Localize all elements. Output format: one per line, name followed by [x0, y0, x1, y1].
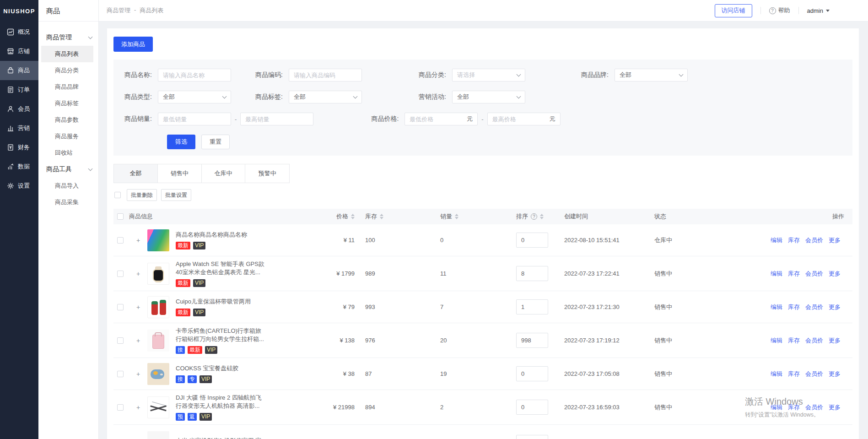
submenu-item[interactable]: 商品采集 — [41, 194, 93, 211]
sort-input[interactable] — [516, 266, 548, 281]
action-edit-link[interactable]: 编辑 — [771, 336, 782, 345]
user-menu[interactable]: admin — [807, 7, 830, 14]
row-checkbox[interactable] — [117, 404, 124, 411]
product-code-input[interactable] — [289, 69, 362, 81]
row-checkbox[interactable] — [117, 371, 124, 377]
sort-input[interactable] — [516, 333, 548, 348]
submenu-item[interactable]: 商品导入 — [41, 178, 93, 194]
action-more-link[interactable]: 更多 — [829, 236, 841, 244]
select-all-checkbox[interactable] — [114, 192, 121, 198]
product-price: ¥ 38 — [321, 370, 355, 377]
sort-input[interactable] — [516, 366, 548, 381]
visit-shop-button[interactable]: 访问店铺 — [715, 4, 752, 17]
sort-input[interactable] — [516, 233, 548, 248]
sort-arrows-icon[interactable] — [455, 212, 458, 221]
filter-submit-button[interactable]: 筛选 — [167, 135, 195, 149]
sidebar-item-settings[interactable]: 设置 — [0, 176, 38, 195]
submenu-group[interactable]: 商品管理 — [38, 29, 98, 46]
product-name-input[interactable] — [158, 69, 231, 81]
action-stock-link[interactable]: 库存 — [788, 336, 800, 345]
action-member-price-link[interactable]: 会员价 — [805, 236, 823, 244]
column-header[interactable]: 销量 — [440, 212, 510, 221]
submenu-item[interactable]: 商品列表 — [41, 46, 93, 62]
sort-input[interactable] — [516, 400, 548, 415]
action-member-price-link[interactable]: 会员价 — [805, 336, 823, 345]
action-member-price-link[interactable]: 会员价 — [805, 303, 823, 311]
sidebar-item-data[interactable]: 数据 — [0, 157, 38, 176]
type-select[interactable]: 全部 — [158, 91, 231, 103]
sidebar-item-members[interactable]: 会员 — [0, 99, 38, 119]
activity-select[interactable]: 全部 — [452, 91, 525, 103]
submenu-item[interactable]: 商品服务 — [41, 128, 93, 145]
submenu-item[interactable]: 回收站 — [41, 145, 93, 161]
header-checkbox[interactable] — [117, 213, 124, 220]
batch-delete-button[interactable]: 批量删除 — [127, 189, 157, 201]
filter-reset-button[interactable]: 重置 — [201, 135, 230, 149]
action-edit-link[interactable]: 编辑 — [771, 236, 782, 244]
expand-row-toggle[interactable]: + — [135, 304, 141, 311]
action-more-link[interactable]: 更多 — [829, 303, 841, 311]
expand-row-toggle[interactable]: + — [135, 337, 141, 344]
action-member-price-link[interactable]: 会员价 — [805, 403, 823, 412]
expand-row-toggle[interactable]: + — [135, 404, 141, 411]
action-member-price-link[interactable]: 会员价 — [805, 270, 823, 278]
action-member-price-link[interactable]: 会员价 — [805, 370, 823, 378]
submenu-item[interactable]: 商品分类 — [41, 62, 93, 79]
sort-arrows-icon[interactable] — [540, 212, 544, 221]
tab-仓库中[interactable]: 仓库中 — [202, 164, 246, 183]
submenu-item[interactable]: 商品品牌 — [41, 79, 93, 95]
sidebar-item-marketing[interactable]: 营销 — [0, 119, 38, 138]
submenu-item[interactable]: 商品参数 — [41, 112, 93, 128]
product-status: 仓库中 — [654, 236, 723, 244]
action-edit-link[interactable]: 编辑 — [771, 370, 782, 378]
submenu-group[interactable]: 商品工具 — [38, 161, 98, 178]
help-icon[interactable]: ? — [531, 213, 537, 220]
action-stock-link[interactable]: 库存 — [788, 270, 800, 278]
action-more-link[interactable]: 更多 — [829, 270, 841, 278]
row-checkbox[interactable] — [117, 271, 124, 277]
action-stock-link[interactable]: 库存 — [788, 370, 800, 378]
action-more-link[interactable]: 更多 — [829, 336, 841, 345]
sort-input[interactable] — [516, 299, 548, 314]
expand-row-toggle[interactable]: + — [135, 370, 141, 378]
submenu-item[interactable]: 商品标签 — [41, 95, 93, 112]
sort-arrows-icon[interactable] — [380, 212, 383, 221]
brand-select[interactable]: 全部 — [615, 69, 688, 81]
category-select[interactable]: 请选择 — [452, 69, 525, 81]
action-edit-link[interactable]: 编辑 — [771, 303, 782, 311]
tab-预警中[interactable]: 预警中 — [245, 164, 289, 183]
action-edit-link[interactable]: 编辑 — [771, 270, 782, 278]
row-checkbox[interactable] — [117, 337, 124, 344]
min-sales-input[interactable] — [158, 113, 231, 125]
max-price-input[interactable] — [492, 116, 550, 123]
action-stock-link[interactable]: 库存 — [788, 303, 800, 311]
column-header[interactable]: 排序? — [516, 212, 558, 221]
expand-row-toggle[interactable]: + — [135, 270, 141, 277]
sidebar-item-goods[interactable]: 商品 — [0, 61, 38, 80]
row-checkbox[interactable] — [117, 237, 124, 244]
help-link[interactable]: ? 帮助 — [769, 6, 790, 15]
action-edit-link[interactable]: 编辑 — [771, 403, 782, 412]
tab-全部[interactable]: 全部 — [114, 164, 158, 183]
sidebar-item-orders[interactable]: 订单 — [0, 80, 38, 99]
min-price-input[interactable] — [410, 116, 467, 123]
sort-arrows-icon[interactable] — [351, 212, 355, 221]
tag-select[interactable]: 全部 — [289, 91, 362, 103]
expand-row-toggle[interactable]: + — [135, 237, 141, 244]
action-more-link[interactable]: 更多 — [829, 370, 841, 378]
column-header[interactable]: 库存 — [365, 212, 434, 221]
action-more-link[interactable]: 更多 — [829, 403, 841, 412]
sort-input[interactable] — [516, 435, 548, 439]
batch-settings-button[interactable]: 批量设置 — [161, 189, 191, 201]
sidebar-item-shop[interactable]: 店铺 — [0, 42, 38, 61]
breadcrumb-section[interactable]: 商品管理 — [107, 6, 130, 15]
add-product-button[interactable]: 添加商品 — [113, 37, 153, 52]
action-stock-link[interactable]: 库存 — [788, 236, 800, 244]
sidebar-item-finance[interactable]: 财务 — [0, 138, 38, 157]
row-checkbox[interactable] — [117, 304, 124, 310]
sidebar-item-overview[interactable]: 概况 — [0, 22, 38, 42]
max-sales-input[interactable] — [240, 113, 313, 125]
tab-销售中[interactable]: 销售中 — [158, 164, 202, 183]
column-header[interactable]: 价格 — [321, 212, 355, 221]
action-stock-link[interactable]: 库存 — [788, 403, 800, 412]
